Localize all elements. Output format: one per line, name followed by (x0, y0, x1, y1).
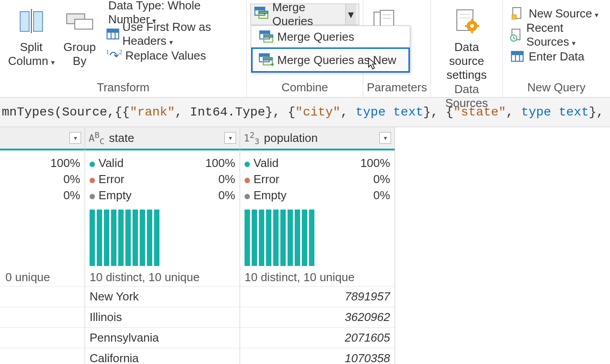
group-label-parameters: Parameters (367, 81, 427, 97)
merge-icon (256, 30, 277, 43)
svg-rect-6 (107, 29, 119, 32)
group-label-new-query: New Query (506, 81, 606, 97)
distribution-label: 10 distinct, 10 unique (245, 270, 390, 284)
svg-point-30 (470, 24, 474, 28)
formula-text: mnTypes(Source,{{ (2, 105, 130, 119)
merge-queries-dropdown: Merge Queries + Merge Queries as New (251, 26, 410, 73)
group-by-label: Group By (64, 40, 96, 68)
distribution-label: 10 distinct, 10 unique (90, 270, 235, 284)
table-cell[interactable]: New York (85, 286, 240, 307)
svg-rect-20 (263, 58, 272, 60)
table-cell[interactable] (0, 327, 85, 348)
ribbon-group-data-sources: Data source settings Data Sources (430, 0, 502, 97)
ribbon: Split Column Group By Data Type: Whole N… (0, 0, 610, 98)
ribbon-group-new-query: New Source Recent Sources Enter Data New… (502, 0, 610, 97)
data-source-settings-icon (453, 4, 480, 37)
table-cell[interactable]: 3620962 (240, 307, 395, 327)
column-quality-population: Valid100% Error0% Empty0% (240, 150, 395, 203)
svg-rect-10 (255, 7, 265, 10)
enter-data-button[interactable]: Enter Data (506, 46, 606, 67)
new-source-icon (509, 7, 526, 20)
merge-queries-caret[interactable]: ▾ (345, 4, 356, 25)
table-cell[interactable] (0, 307, 85, 327)
svg-rect-18 (259, 54, 269, 56)
table-cell[interactable] (0, 348, 85, 364)
filter-button[interactable]: ▾ (69, 132, 81, 144)
column-header-population[interactable]: 123 population ▾ (240, 127, 395, 150)
menu-merge-queries-as-new-label: Merge Queries as New (277, 53, 396, 67)
column-quality-state: Valid100% Error0% Empty0% (85, 150, 240, 203)
table-cell[interactable]: 7891957 (240, 286, 395, 307)
data-source-settings-label: Data source settings (439, 40, 494, 82)
group-by-icon (65, 4, 95, 37)
svg-rect-36 (512, 15, 516, 19)
menu-merge-queries-as-new[interactable]: + Merge Queries as New (251, 47, 410, 73)
split-column-button[interactable]: Split Column (4, 2, 59, 68)
group-label-data-sources: Data Sources (434, 82, 498, 113)
svg-rect-0 (20, 12, 29, 31)
first-row-headers-button[interactable]: Use First Row as Headers (103, 23, 243, 45)
column-state: ABC state ▾ Valid100% Error0% Empty0% 10… (85, 127, 240, 364)
distribution-chart-population: 10 distinct, 10 unique (240, 203, 395, 286)
new-source-label: New Source (528, 7, 598, 21)
ribbon-group-combine: Merge Queries ▾ Merge Queries + Mer (246, 0, 363, 97)
recent-sources-label: Recent Sources (526, 21, 604, 49)
first-row-headers-label: Use First Row as Headers (122, 20, 240, 48)
table-cell[interactable]: California (85, 348, 240, 364)
split-column-icon (17, 4, 45, 37)
ribbon-group-transform: Split Column Group By Data Type: Whole N… (0, 0, 246, 97)
table-cell[interactable]: 2071605 (240, 327, 395, 348)
filter-button[interactable]: ▾ (379, 132, 391, 144)
enter-data-label: Enter Data (528, 50, 584, 64)
merge-queries-label: Merge Queries (272, 0, 342, 28)
menu-merge-queries-label: Merge Queries (277, 30, 354, 44)
filter-button[interactable]: ▾ (224, 132, 236, 144)
replace-values-label: Replace Values (125, 49, 206, 63)
svg-rect-23 (380, 10, 394, 27)
column-prev: ▾ x100% x0% x0% 0 unique (0, 127, 85, 364)
replace-icon: 1↷2 (106, 49, 123, 63)
group-by-button[interactable]: Group By (59, 2, 100, 68)
enter-data-icon (509, 51, 526, 62)
table-icon (106, 28, 120, 40)
distribution-label: 0 unique (4, 270, 80, 284)
number-type-icon: 123 (244, 130, 259, 146)
table-cell[interactable]: Illinois (85, 307, 240, 327)
menu-merge-queries[interactable]: Merge Queries (251, 26, 410, 47)
distribution-chart-state: 10 distinct, 10 unique (85, 203, 240, 286)
svg-rect-1 (34, 12, 43, 31)
table-cell[interactable] (0, 286, 85, 307)
svg-text:+: + (271, 60, 274, 67)
formula-bar[interactable]: mnTypes(Source,{{"rank", Int64.Type}, {"… (0, 98, 610, 127)
data-grid: ▾ x100% x0% x0% 0 unique ABC state ▾ Val… (0, 127, 610, 364)
table-cell[interactable]: 1070358 (240, 348, 395, 364)
recent-sources-button[interactable]: Recent Sources (506, 24, 606, 46)
column-population: 123 population ▾ Valid100% Error0% Empty… (240, 127, 395, 364)
svg-rect-16 (264, 35, 273, 37)
group-label-transform: Transform (4, 81, 243, 97)
recent-sources-icon (509, 28, 524, 42)
svg-rect-40 (511, 51, 523, 55)
table-cell[interactable]: Pennsylvania (85, 327, 240, 348)
replace-values-button[interactable]: 1↷2 Replace Values (103, 45, 243, 66)
column-quality-prev: x100% x0% x0% (0, 150, 85, 203)
text-type-icon: ABC (89, 130, 104, 146)
merge-new-icon: + (256, 53, 277, 67)
svg-rect-4 (75, 19, 93, 29)
column-header-state[interactable]: ABC state ▾ (85, 127, 240, 150)
split-column-label: Split Column (8, 40, 55, 68)
data-source-settings-button[interactable]: Data source settings (434, 2, 498, 82)
svg-rect-14 (260, 31, 270, 34)
group-label-combine: Combine (250, 81, 359, 97)
column-header-prev[interactable]: ▾ (0, 127, 85, 150)
column-header-label: state (109, 131, 134, 145)
merge-queries-button[interactable]: Merge Queries ▾ Merge Queries + Mer (250, 4, 359, 25)
svg-rect-12 (259, 11, 268, 13)
column-header-label: population (264, 131, 318, 145)
merge-icon (254, 7, 269, 22)
